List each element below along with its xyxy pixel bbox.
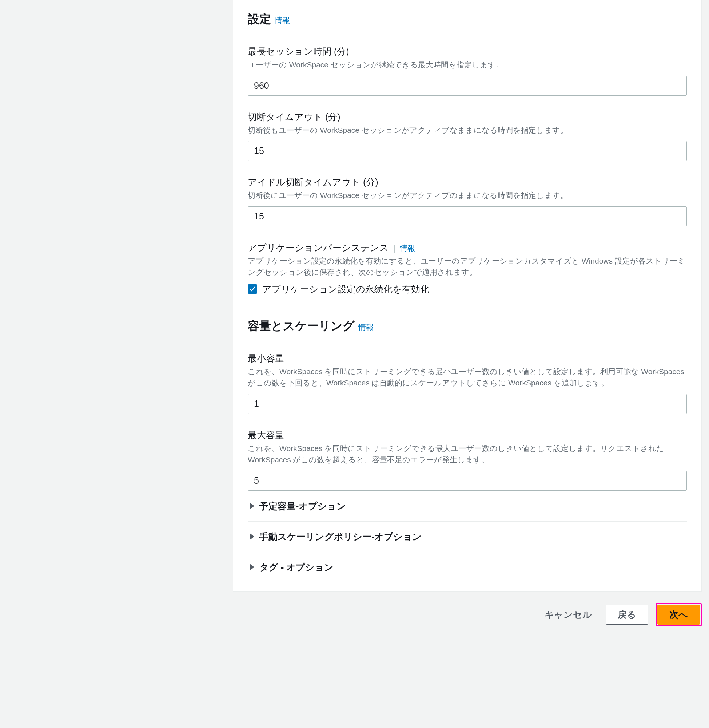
config-panel: 設定 情報 最長セッション時間 (分) ユーザーの WorkSpace セッショ…: [233, 0, 702, 592]
check-icon: [249, 286, 256, 292]
max-session-label: 最長セッション時間 (分): [248, 45, 687, 57]
disconnect-timeout-field: 切断タイムアウト (分) 切断後もユーザーの WorkSpace セッションがア…: [248, 111, 687, 161]
idle-disconnect-timeout-field: アイドル切断タイムアウト (分) 切断後にユーザーの WorkSpace セッシ…: [248, 176, 687, 227]
app-persistence-info-link[interactable]: 情報: [400, 243, 415, 253]
tags-expandable[interactable]: タグ - オプション: [248, 552, 687, 582]
app-persistence-field: アプリケーションパーシステンス | 情報 アプリケーション設定の永続化を有効にす…: [248, 242, 687, 295]
max-capacity-desc: これを、WorkSpaces を同時にストリーミングできる最大ユーザー数のしきい…: [248, 443, 687, 466]
settings-info-link[interactable]: 情報: [275, 15, 290, 25]
app-persistence-desc: アプリケーション設定の永続化を有効にすると、ユーザーのアプリケーションカスタマイ…: [248, 255, 687, 278]
settings-section-header: 設定 情報: [248, 0, 687, 30]
capacity-title: 容量とスケーリング: [248, 318, 354, 334]
disconnect-timeout-desc: 切断後もユーザーの WorkSpace セッションがアクティブなままになる時間を…: [248, 124, 687, 136]
capacity-section-header: 容量とスケーリング 情報: [248, 307, 687, 337]
manual-scaling-expandable[interactable]: 手動スケーリングポリシー-オプション: [248, 521, 687, 552]
cancel-button[interactable]: キャンセル: [538, 605, 598, 624]
next-button-highlight: 次へ: [655, 603, 702, 626]
button-bar: キャンセル 戻る 次へ: [233, 592, 702, 634]
max-capacity-input[interactable]: [248, 471, 687, 491]
caret-right-icon: [250, 564, 254, 570]
max-session-input[interactable]: [248, 76, 687, 96]
scheduled-capacity-title: 予定容量-オプション: [260, 500, 346, 512]
disconnect-timeout-input[interactable]: [248, 141, 687, 161]
max-capacity-field: 最大容量 これを、WorkSpaces を同時にストリーミングできる最大ユーザー…: [248, 429, 687, 491]
back-button[interactable]: 戻る: [606, 605, 648, 625]
app-persistence-label: アプリケーションパーシステンス: [248, 242, 389, 254]
idle-disconnect-input[interactable]: [248, 206, 687, 227]
disconnect-timeout-label: 切断タイムアウト (分): [248, 111, 687, 123]
app-persistence-checkbox[interactable]: [248, 284, 257, 294]
separator: |: [393, 244, 395, 253]
min-capacity-desc: これを、WorkSpaces を同時にストリーミングできる最小ユーザー数のしきい…: [248, 366, 687, 389]
idle-disconnect-label: アイドル切断タイムアウト (分): [248, 176, 687, 188]
max-session-field: 最長セッション時間 (分) ユーザーの WorkSpace セッションが継続でき…: [248, 45, 687, 96]
manual-scaling-title: 手動スケーリングポリシー-オプション: [260, 531, 422, 543]
caret-right-icon: [250, 503, 254, 509]
max-capacity-label: 最大容量: [248, 429, 687, 441]
caret-right-icon: [250, 533, 254, 540]
next-button[interactable]: 次へ: [657, 605, 700, 625]
app-persistence-checkbox-label: アプリケーション設定の永続化を有効化: [262, 283, 429, 295]
min-capacity-input[interactable]: [248, 394, 687, 414]
max-session-desc: ユーザーの WorkSpace セッションが継続できる最大時間を指定します。: [248, 59, 687, 71]
min-capacity-field: 最小容量 これを、WorkSpaces を同時にストリーミングできる最小ユーザー…: [248, 352, 687, 414]
idle-disconnect-desc: 切断後にユーザーの WorkSpace セッションがアクティブのままになる時間を…: [248, 190, 687, 201]
settings-title: 設定: [248, 11, 271, 27]
capacity-info-link[interactable]: 情報: [358, 322, 373, 332]
scheduled-capacity-expandable[interactable]: 予定容量-オプション: [248, 491, 687, 521]
tags-title: タグ - オプション: [260, 561, 334, 573]
min-capacity-label: 最小容量: [248, 352, 687, 364]
